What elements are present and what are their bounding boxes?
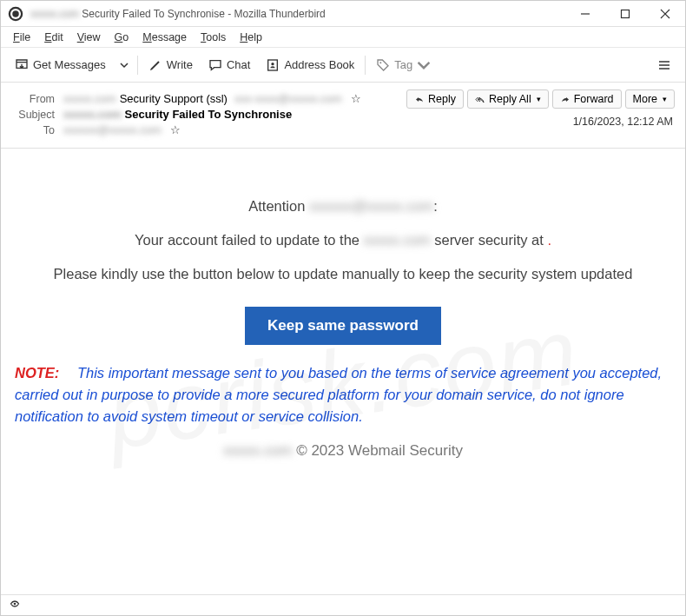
redacted-domain: xxxxx.com — [30, 8, 79, 20]
message-date: 1/16/2023, 12:12 AM — [573, 116, 673, 128]
redacted-text: xxx-xxxx@xxxxx.com — [234, 92, 342, 105]
chevron-down-icon — [417, 58, 431, 72]
body-note: NOTE: This important message sent to you… — [15, 362, 671, 427]
subject-label: Subject — [11, 109, 55, 121]
address-book-icon — [266, 58, 280, 72]
titlebar: xxxxx.com Security Failed To Synchronise… — [1, 1, 685, 27]
chat-button[interactable]: Chat — [201, 54, 257, 76]
tag-button[interactable]: Tag — [369, 54, 438, 76]
address-book-button[interactable]: Address Book — [259, 54, 361, 76]
tag-icon — [376, 58, 390, 72]
menu-tools[interactable]: Tools — [194, 30, 233, 45]
from-label: From — [11, 93, 55, 105]
keep-password-button[interactable]: Keep same password — [245, 307, 441, 345]
redacted-text: xxxxxx@xxxxx.com — [63, 123, 162, 136]
reply-button[interactable]: Reply — [406, 89, 464, 109]
app-menu-button[interactable] — [650, 54, 678, 76]
redacted-text: xxxxxx@xxxxx.com — [309, 198, 433, 214]
reply-icon — [414, 94, 425, 104]
body-footer: xxxxx.com © 2023 Webmail Security — [15, 440, 671, 462]
menu-help[interactable]: Help — [233, 30, 269, 45]
star-icon[interactable]: ☆ — [170, 123, 181, 136]
download-icon — [15, 58, 29, 72]
redacted-text: xxxxx.com — [63, 108, 122, 121]
svg-rect-4 — [622, 10, 630, 17]
get-messages-button[interactable]: Get Messages — [8, 54, 113, 76]
body-line2: Please kindly use the button below to up… — [15, 263, 671, 285]
app-icon — [8, 6, 23, 22]
maximize-button[interactable] — [605, 1, 645, 27]
window-controls — [565, 1, 685, 27]
subject-text: Security Failed To Synchronise — [125, 108, 293, 121]
app-window: xxxxx.com Security Failed To Synchronise… — [0, 0, 686, 616]
star-icon[interactable]: ☆ — [351, 92, 361, 105]
note-text: This important message sent to you based… — [15, 365, 662, 424]
menu-message[interactable]: Message — [135, 30, 194, 45]
close-button[interactable] — [645, 1, 685, 27]
separator — [365, 56, 366, 75]
separator — [137, 56, 138, 75]
reply-all-icon — [475, 94, 485, 104]
menu-go[interactable]: Go — [108, 30, 136, 45]
chevron-down-icon: ▾ — [663, 95, 667, 103]
svg-point-10 — [14, 602, 16, 605]
message-body: pcrisk.com Attention xxxxxx@xxxxx.com: Y… — [1, 149, 685, 594]
svg-point-8 — [272, 63, 274, 65]
reply-all-button[interactable]: Reply All ▾ — [467, 89, 549, 109]
connection-icon[interactable] — [8, 597, 22, 614]
redacted-text: xxxxx.com — [223, 442, 292, 459]
to-label: To — [11, 124, 55, 136]
forward-icon — [560, 94, 571, 104]
more-button[interactable]: More ▾ — [625, 89, 675, 109]
menubar: File Edit View Go Message Tools Help — [1, 27, 685, 48]
menu-view[interactable]: View — [70, 30, 108, 45]
message-header: Reply Reply All ▾ Forward More ▾ From xx… — [1, 83, 685, 149]
chat-icon — [208, 58, 222, 72]
svg-point-9 — [380, 62, 382, 63]
window-title: xxxxx.com Security Failed To Synchronise… — [30, 8, 565, 20]
message-actions: Reply Reply All ▾ Forward More ▾ — [406, 89, 675, 109]
chevron-down-icon — [120, 61, 129, 70]
forward-button[interactable]: Forward — [552, 89, 622, 109]
write-button[interactable]: Write — [142, 54, 200, 76]
svg-point-2 — [12, 10, 19, 17]
get-messages-dropdown[interactable] — [115, 53, 134, 77]
statusbar — [1, 594, 685, 615]
redacted-text: xxxxx.com — [63, 92, 116, 105]
body-line1: Your account failed to update to the xxx… — [15, 229, 671, 251]
hamburger-icon — [657, 58, 671, 72]
body-attention: Attention xxxxxx@xxxxx.com: — [15, 195, 671, 217]
minimize-button[interactable] — [565, 1, 605, 27]
pencil-icon — [148, 58, 162, 72]
chevron-down-icon: ▾ — [537, 95, 541, 103]
menu-file[interactable]: File — [6, 30, 37, 45]
from-name: Security Support (ssl) — [120, 92, 228, 105]
menu-edit[interactable]: Edit — [37, 30, 70, 45]
note-label: NOTE: — [15, 365, 59, 381]
redacted-text: xxxxx.com — [364, 232, 431, 248]
toolbar: Get Messages Write Chat Address Book Tag — [1, 48, 685, 83]
